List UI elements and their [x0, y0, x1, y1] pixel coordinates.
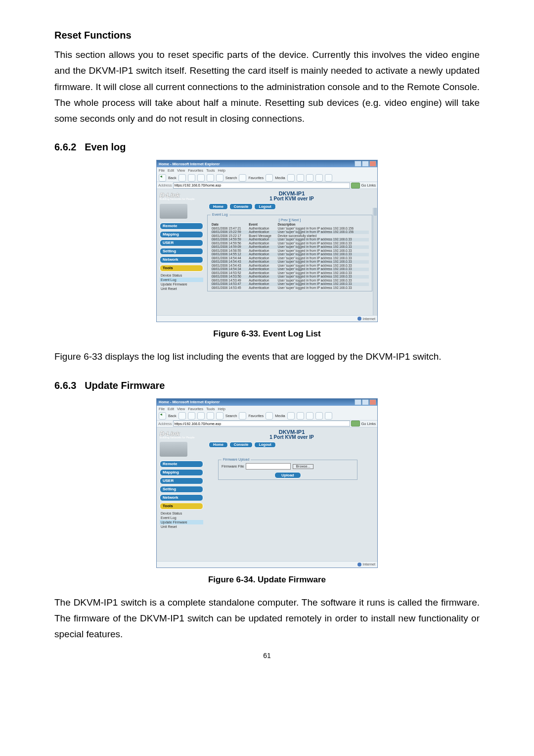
caption-634: Figure 6-34. Update Firmware: [54, 575, 480, 585]
discuss-icon[interactable]: [325, 412, 332, 420]
sidebar-item-mapping[interactable]: Mapping: [160, 231, 203, 238]
menu-edit[interactable]: Edit: [168, 169, 174, 173]
favorites-label[interactable]: Favorites: [248, 414, 264, 418]
tools-sub-event-log[interactable]: Event Log: [160, 278, 203, 282]
tab-home[interactable]: Home: [209, 442, 228, 448]
go-button[interactable]: [351, 421, 360, 426]
search-icon[interactable]: [216, 412, 223, 420]
sidebar-item-setting[interactable]: Setting: [160, 248, 203, 255]
scrollbar[interactable]: [373, 208, 377, 315]
tools-sub-device-status[interactable]: Device Status: [160, 511, 203, 516]
tab-console[interactable]: Console: [229, 442, 253, 448]
edit-icon[interactable]: [315, 174, 323, 182]
address-input[interactable]: [173, 183, 351, 189]
upload-button[interactable]: Upload: [274, 472, 301, 478]
search-label[interactable]: Search: [225, 414, 237, 418]
sidebar-item-network[interactable]: Network: [160, 256, 203, 263]
sidebar-item-remote[interactable]: Remote: [160, 461, 203, 468]
home-icon[interactable]: [207, 412, 214, 420]
history-icon[interactable]: [287, 174, 295, 182]
menu-file[interactable]: File: [159, 407, 165, 411]
menu-file[interactable]: File: [159, 169, 165, 173]
sidebar-item-mapping[interactable]: Mapping: [160, 469, 203, 476]
main-area: DKVM-IP1 1 Port KVM over IP Home Console…: [206, 189, 377, 315]
maximize-icon[interactable]: [362, 399, 369, 405]
forward-icon[interactable]: [178, 412, 186, 420]
tab-home[interactable]: Home: [209, 203, 228, 210]
go-button[interactable]: [351, 183, 360, 189]
page-header-2: DKVM-IP1 1 Port KVM over IP: [206, 427, 377, 441]
tab-console[interactable]: Console: [229, 203, 253, 210]
mail-icon[interactable]: [297, 174, 304, 182]
close-icon[interactable]: [369, 161, 376, 167]
tools-sub-device-status[interactable]: Device Status: [160, 273, 203, 278]
ie-menubar-2: File Edit View Favorites Tools Help: [157, 406, 377, 412]
discuss-icon[interactable]: [325, 174, 332, 182]
print-icon[interactable]: [306, 174, 313, 182]
sidebar-item-remote[interactable]: Remote: [160, 223, 203, 230]
tools-sub-event-log[interactable]: Event Log: [160, 516, 203, 520]
tools-sub-update-firmware[interactable]: Update Firmware: [160, 282, 203, 286]
menu-edit[interactable]: Edit: [168, 407, 174, 411]
tab-logout[interactable]: Logout: [254, 203, 275, 210]
eventlog-table: Date Event Description 08/01/2006 15:47:…: [211, 223, 369, 290]
back-label[interactable]: Back: [168, 176, 177, 180]
media-label[interactable]: Media: [275, 414, 285, 418]
home-icon[interactable]: [207, 174, 214, 182]
forward-icon[interactable]: [178, 174, 186, 182]
media-icon[interactable]: [266, 412, 273, 420]
stop-icon[interactable]: [188, 412, 195, 420]
media-icon[interactable]: [266, 174, 273, 182]
back-icon[interactable]: ◄: [159, 412, 166, 420]
sidebar-item-network[interactable]: Network: [160, 494, 203, 501]
scrollbar-thumb[interactable]: [374, 208, 377, 216]
go-label: Go: [361, 422, 366, 426]
menu-favorites[interactable]: Favorites: [188, 169, 203, 173]
maximize-icon[interactable]: [362, 161, 369, 167]
refresh-icon[interactable]: [197, 174, 205, 182]
sidebar-item-tools[interactable]: Tools: [160, 265, 203, 272]
favorites-label[interactable]: Favorites: [248, 176, 264, 180]
address-input[interactable]: [173, 421, 351, 426]
menu-favorites[interactable]: Favorites: [188, 407, 203, 411]
eventlog-prevnext[interactable]: [ Prev ][ Next ]: [211, 218, 369, 222]
address-label: Address: [158, 184, 172, 188]
menu-help[interactable]: Help: [218, 407, 225, 411]
minimize-icon[interactable]: [355, 399, 361, 405]
menu-view[interactable]: View: [177, 407, 185, 411]
tab-logout[interactable]: Logout: [254, 442, 275, 448]
tools-sub-unit-reset[interactable]: Unit Reset: [160, 524, 203, 529]
browse-button[interactable]: Browse...: [293, 464, 313, 469]
links-label[interactable]: Links: [367, 184, 376, 188]
main-area-2: DKVM-IP1 1 Port KVM over IP Home Console…: [206, 427, 377, 561]
go-label: Go: [361, 184, 366, 188]
tools-sub-unit-reset[interactable]: Unit Reset: [160, 286, 203, 291]
firmware-file-input[interactable]: [246, 463, 291, 470]
favorites-icon[interactable]: [239, 412, 246, 420]
menu-help[interactable]: Help: [218, 169, 225, 173]
stop-icon[interactable]: [188, 174, 195, 182]
sidebar-item-setting[interactable]: Setting: [160, 486, 203, 493]
menu-tools[interactable]: Tools: [206, 169, 215, 173]
refresh-icon[interactable]: [197, 412, 205, 420]
menu-tools[interactable]: Tools: [206, 407, 215, 411]
history-icon[interactable]: [287, 412, 295, 420]
back-label[interactable]: Back: [168, 414, 177, 418]
caption-633: Figure 6-33. Event Log List: [54, 329, 480, 339]
back-icon[interactable]: ◄: [159, 174, 166, 182]
search-icon[interactable]: [216, 174, 223, 182]
mail-icon[interactable]: [297, 412, 304, 420]
sidebar-item-user[interactable]: USER: [160, 477, 203, 484]
media-label[interactable]: Media: [275, 176, 285, 180]
menu-view[interactable]: View: [177, 169, 185, 173]
favorites-icon[interactable]: [239, 174, 246, 182]
minimize-icon[interactable]: [355, 161, 361, 167]
search-label[interactable]: Search: [225, 176, 237, 180]
print-icon[interactable]: [306, 412, 313, 420]
tools-sub-update-firmware[interactable]: Update Firmware: [160, 520, 203, 524]
edit-icon[interactable]: [315, 412, 323, 420]
sidebar-item-tools[interactable]: Tools: [160, 503, 203, 510]
links-label[interactable]: Links: [367, 422, 376, 426]
sidebar-item-user[interactable]: USER: [160, 239, 203, 246]
close-icon[interactable]: [369, 399, 376, 405]
